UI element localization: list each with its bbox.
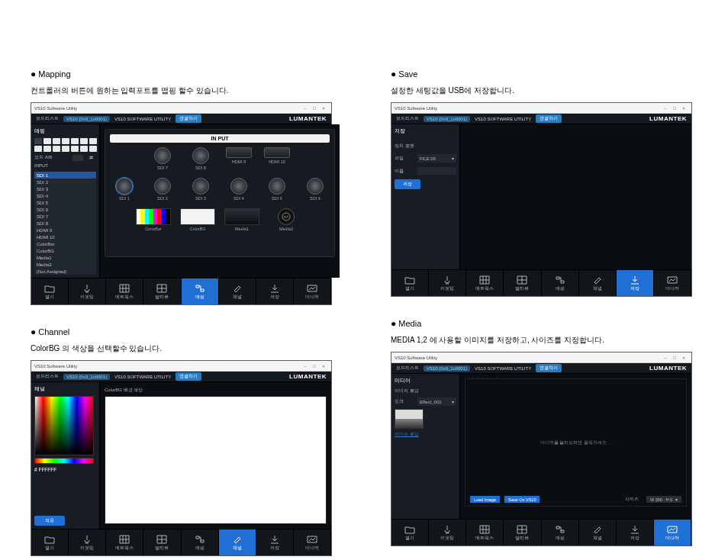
hue-slider[interactable] — [34, 458, 94, 464]
tab-multiview[interactable]: 멀티뷰 — [504, 270, 541, 296]
ctrl-btn[interactable] — [43, 138, 51, 144]
tab-media[interactable]: 미디어 — [654, 270, 691, 296]
media-preview[interactable]: 미디어를 불러오려면 클릭하세요… Load Image Save On VS1… — [465, 378, 687, 507]
close-button[interactable]: × — [679, 106, 688, 111]
tab-mapping[interactable]: 매핑 — [182, 278, 219, 304]
src-colorbar[interactable]: ColorBar — [134, 208, 172, 231]
list-item[interactable]: ColorBar — [34, 240, 96, 247]
minimize-button[interactable]: – — [661, 356, 670, 360]
ctrl-btn[interactable] — [53, 138, 60, 144]
tab-open[interactable]: 열기 — [391, 520, 429, 546]
media-thumbnail[interactable] — [395, 409, 424, 429]
device-chip[interactable]: VS10 (0x0_1x0001) — [63, 374, 110, 380]
port-sdi3[interactable]: SDI 3 — [186, 178, 215, 201]
list-item[interactable]: Media1 — [34, 254, 96, 261]
close-button[interactable]: × — [319, 106, 328, 111]
device-chip[interactable]: VS10 (0x0_1x0001) — [424, 116, 470, 122]
file-select[interactable]: FILE 00▾ — [417, 154, 456, 163]
ctrl-btn[interactable] — [89, 146, 97, 152]
src-media2[interactable]: ezMedia2 — [267, 208, 305, 231]
tab-save[interactable]: 저장 — [256, 529, 294, 555]
minimize-button[interactable]: – — [301, 106, 310, 111]
tab-key[interactable]: 키셋팅 — [429, 270, 466, 296]
tab-key[interactable]: 키셋팅 — [429, 520, 466, 546]
connect-button[interactable]: 연결하기 — [176, 114, 201, 123]
device-chip[interactable]: VS10 (0x0_1x0001) — [424, 365, 470, 372]
ctrl-btn[interactable] — [80, 146, 88, 152]
tab-channel[interactable]: 채널 — [579, 270, 617, 296]
effect-select[interactable]: Effect_001▾ — [417, 397, 456, 406]
list-item[interactable]: SDI 4 — [34, 192, 96, 199]
port-sdi7[interactable]: SDI 7 — [148, 147, 177, 170]
ctrl-btn[interactable] — [71, 138, 79, 144]
tab-save[interactable]: 저장 — [617, 520, 654, 546]
list-item[interactable]: (Not Assigned) — [34, 268, 96, 275]
src-media1[interactable]: Media1 — [223, 208, 261, 231]
ctrl-btn[interactable] — [34, 146, 42, 152]
tab-open[interactable]: 열기 — [31, 529, 69, 555]
size-select[interactable]: W 300 : H 0 ▾ — [646, 496, 681, 503]
tab-open[interactable]: 열기 — [31, 278, 69, 304]
tab-mapping[interactable]: 매핑 — [182, 529, 219, 555]
name-input[interactable] — [417, 167, 456, 175]
tab-multiview[interactable]: 멀티뷰 — [143, 529, 181, 555]
media-delete-link[interactable]: 이미지 로딩 — [395, 432, 456, 437]
port-sdi5[interactable]: SDI 5 — [263, 178, 292, 201]
port-sdi4[interactable]: SDI 4 — [224, 178, 253, 201]
tab-key[interactable]: 키셋팅 — [69, 529, 106, 555]
color-picker[interactable] — [34, 396, 94, 455]
tab-save[interactable]: 저장 — [617, 270, 654, 296]
close-button[interactable]: × — [679, 356, 688, 360]
list-item[interactable]: SDI 2 — [34, 179, 96, 185]
color-swatch[interactable] — [72, 155, 83, 161]
ctrl-btn[interactable] — [43, 146, 51, 152]
save-button[interactable]: 저장 — [395, 179, 420, 189]
list-item[interactable]: SDI 3 — [34, 185, 96, 192]
load-image-button[interactable]: Load Image — [470, 496, 500, 503]
list-item[interactable]: SDI 5 — [34, 199, 96, 206]
list-item[interactable]: ColorBG — [34, 247, 96, 254]
minimize-button[interactable]: – — [661, 106, 670, 111]
tab-channel[interactable]: 채널 — [219, 529, 256, 555]
tab-matrix[interactable]: 메트릭스 — [466, 270, 504, 296]
tab-open[interactable]: 열기 — [391, 270, 429, 296]
ctrl-btn[interactable] — [71, 146, 79, 152]
connect-button[interactable]: 연결하기 — [536, 114, 562, 123]
tab-matrix[interactable]: 메트릭스 — [106, 529, 143, 555]
list-item[interactable]: SDI 8 — [34, 220, 96, 227]
tab-mapping[interactable]: 매핑 — [542, 270, 579, 296]
connect-button[interactable]: 연결하기 — [536, 364, 562, 372]
tab-channel[interactable]: 채널 — [579, 520, 617, 546]
ctrl-btn[interactable] — [89, 138, 97, 144]
maximize-button[interactable]: □ — [310, 106, 319, 111]
port-hdmi10[interactable]: HDMI 10 — [263, 147, 292, 170]
tab-matrix[interactable]: 메트릭스 — [466, 520, 504, 546]
device-chip[interactable]: VS10 (0x0_1x0001) — [63, 116, 110, 122]
tab-media[interactable]: 미디어 — [654, 520, 691, 546]
port-sdi2[interactable]: SDI 2 — [148, 178, 177, 201]
replace-icon[interactable]: ⇄ — [85, 155, 96, 161]
port-sdi1[interactable]: SDI 1 — [110, 178, 139, 201]
list-item[interactable]: SDI 1 — [34, 172, 96, 179]
list-item[interactable]: SDI 6 — [34, 206, 96, 213]
ctrl-btn[interactable] — [80, 138, 88, 144]
tab-save[interactable]: 저장 — [256, 278, 294, 304]
port-sdi6[interactable]: SDI 6 — [301, 178, 330, 201]
tab-mapping[interactable]: 매핑 — [542, 520, 579, 546]
ctrl-btn[interactable] — [62, 138, 69, 144]
connect-button[interactable]: 연결하기 — [176, 372, 201, 381]
list-item[interactable]: SDI 7 — [34, 213, 96, 220]
confirm-button[interactable]: 적용 — [34, 516, 65, 526]
ctrl-btn[interactable] — [34, 138, 42, 144]
port-hdmi9[interactable]: HDMI 9 — [224, 147, 253, 170]
tab-multiview[interactable]: 멀티뷰 — [143, 278, 181, 304]
tab-media[interactable]: 미디어 — [294, 529, 331, 555]
src-colorbg[interactable]: ColorBG — [179, 208, 217, 231]
ctrl-btn[interactable] — [62, 146, 69, 152]
list-item[interactable]: HDMI 10 — [34, 233, 96, 240]
port-sdi8[interactable]: SDI 8 — [186, 147, 215, 170]
tab-channel[interactable]: 채널 — [219, 278, 256, 304]
maximize-button[interactable]: □ — [670, 356, 679, 360]
tab-key[interactable]: 키셋팅 — [69, 278, 106, 304]
tab-matrix[interactable]: 메트릭스 — [106, 278, 143, 304]
